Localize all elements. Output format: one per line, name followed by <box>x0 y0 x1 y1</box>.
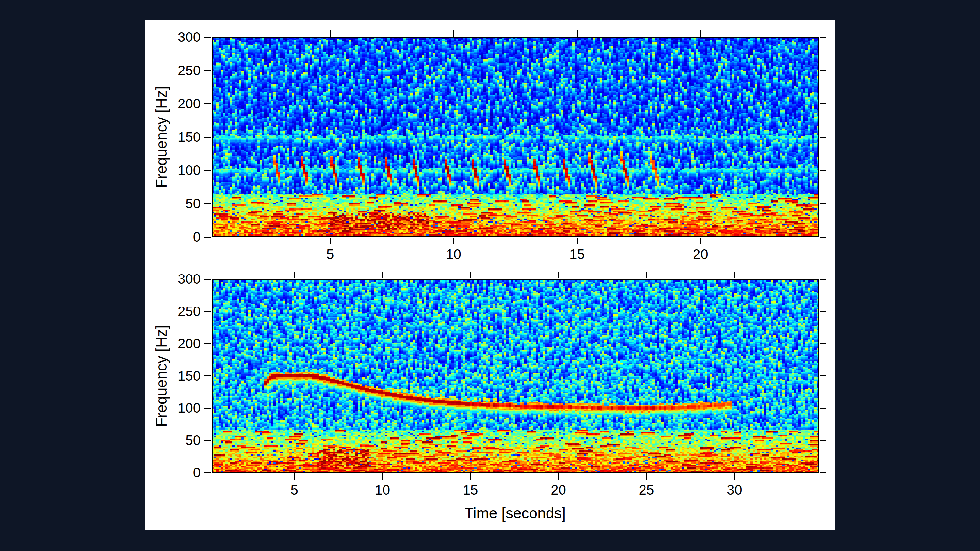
y-tick-label: 100 <box>129 164 200 177</box>
x-tick <box>700 238 701 244</box>
x-tick-label: 20 <box>693 248 708 261</box>
y-tick <box>819 203 826 204</box>
y-tick <box>205 440 211 441</box>
x-tick <box>453 30 454 37</box>
y-tick-label: 200 <box>129 337 200 351</box>
y-tick <box>205 237 211 238</box>
y-tick <box>819 472 826 473</box>
y-tick-label: 0 <box>129 230 200 244</box>
y-tick <box>205 137 211 138</box>
x-tick <box>470 473 471 480</box>
y-tick <box>819 440 826 441</box>
x-tick <box>329 238 331 244</box>
x-axis-label: Time [seconds] <box>465 506 566 521</box>
y-tick <box>819 343 826 344</box>
x-tick-label: 20 <box>551 483 566 497</box>
x-tick <box>558 473 559 480</box>
x-tick <box>329 30 331 37</box>
y-tick <box>205 375 211 376</box>
x-tick <box>294 473 295 480</box>
y-tick <box>205 170 211 171</box>
y-tick <box>819 103 826 105</box>
y-tick <box>205 472 211 473</box>
y-tick-label: 200 <box>129 97 200 111</box>
x-tick <box>558 272 559 278</box>
y-tick-label: 250 <box>129 305 200 318</box>
y-tick <box>819 279 826 280</box>
x-tick <box>382 272 383 278</box>
y-tick-label: 300 <box>129 272 200 286</box>
x-tick-label: 10 <box>446 248 461 261</box>
y-tick-label: 150 <box>129 130 200 144</box>
y-tick-label: 50 <box>129 433 200 447</box>
x-tick <box>646 272 647 278</box>
y-tick <box>819 375 826 376</box>
y-tick-label: 150 <box>129 369 200 383</box>
x-tick <box>453 238 454 244</box>
y-tick <box>205 70 211 71</box>
x-tick-label: 10 <box>375 483 390 497</box>
x-tick <box>577 238 578 244</box>
y-tick <box>819 137 826 138</box>
x-tick-label: 15 <box>570 248 585 261</box>
x-tick <box>700 30 701 37</box>
x-tick-label: 5 <box>291 483 298 497</box>
y-tick <box>205 203 211 204</box>
bottom-spectrogram-image <box>212 279 819 473</box>
figure-window: Frequency [Hz] Frequency [Hz] Time [seco… <box>0 0 980 551</box>
y-tick <box>205 103 211 105</box>
axes-top-spectrogram <box>212 37 819 237</box>
y-tick <box>205 37 211 38</box>
x-tick <box>382 473 383 480</box>
y-tick <box>819 408 826 409</box>
y-tick <box>819 237 826 238</box>
x-tick <box>294 272 295 278</box>
x-tick <box>734 473 735 480</box>
y-tick <box>819 70 826 71</box>
y-tick <box>205 279 211 280</box>
top-spectrogram-image <box>212 37 819 237</box>
x-tick-label: 25 <box>639 483 654 497</box>
y-tick <box>205 343 211 344</box>
y-tick <box>205 311 211 312</box>
x-tick-label: 15 <box>463 483 478 497</box>
x-tick-label: 5 <box>326 248 334 261</box>
axes-bottom-spectrogram <box>212 279 819 473</box>
y-tick <box>205 408 211 409</box>
x-tick <box>646 473 647 480</box>
x-tick-label: 30 <box>727 483 742 497</box>
y-tick-label: 50 <box>129 197 200 211</box>
y-tick <box>819 311 826 312</box>
x-tick <box>577 30 578 37</box>
y-tick <box>819 170 826 171</box>
y-tick-label: 100 <box>129 401 200 415</box>
x-tick <box>734 272 735 278</box>
y-tick-label: 0 <box>129 466 200 480</box>
y-tick <box>819 37 826 38</box>
y-tick-label: 250 <box>129 64 200 77</box>
x-tick <box>470 272 471 278</box>
y-tick-label: 300 <box>129 30 200 44</box>
